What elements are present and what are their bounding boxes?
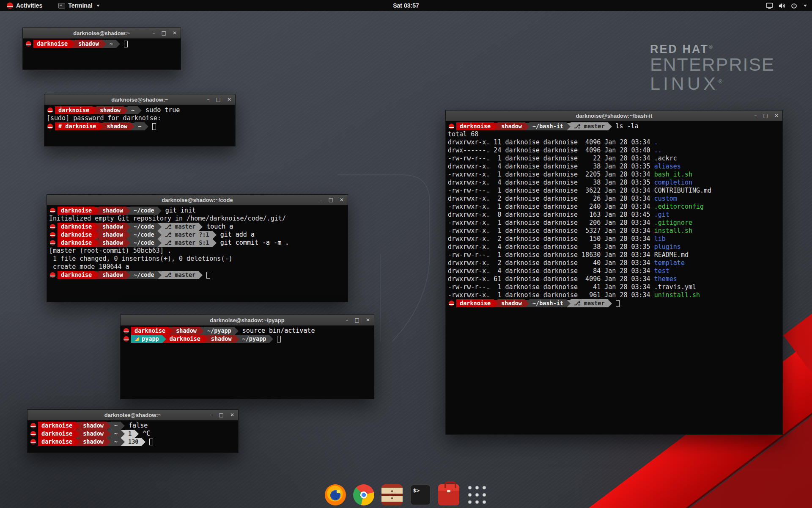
title-bar[interactable]: darknoise@shadow:~/bash-it – □ ✕ (446, 110, 782, 121)
redhat-logo-icon (7, 3, 13, 9)
powerline-arrow-icon (235, 327, 239, 335)
powerline-arrow-icon (525, 300, 529, 307)
title-bar[interactable]: darknoise@shadow:~ – □ ✕ (44, 94, 235, 105)
maximize-button[interactable]: □ (216, 94, 221, 105)
powerline-arrow-icon (95, 271, 99, 279)
powerline-arrow-icon (525, 123, 529, 130)
chrome-icon[interactable] (353, 484, 374, 505)
prompt-segment-user: darknoise (456, 299, 494, 307)
app-menu-terminal[interactable]: Terminal (56, 0, 102, 11)
output-text: Initialized empty Git repository in /hom… (49, 215, 286, 223)
powerline-arrow-icon (131, 123, 134, 130)
powerline-arrow-icon (107, 422, 111, 430)
powerline-arrow-icon (213, 239, 217, 247)
command-text: git commit -a -m . (220, 239, 289, 247)
prompt-segment-host: shadow (498, 299, 525, 307)
window-title: darknoise@shadow:~ (44, 97, 235, 103)
prompt-segment-host: shadow (80, 438, 107, 446)
terminal-window-bash-it: darknoise@shadow:~/bash-it – □ ✕ darknoi… (445, 110, 783, 435)
output-line: drwxrwxr-x. 2 darknoise darknoise 26 Jan… (448, 195, 782, 203)
terminal-content[interactable]: darknoiseshadow~/pyappsource bin/activat… (121, 326, 374, 399)
prompt-line: darknoiseshadow~1^C (30, 430, 238, 438)
minimize-button[interactable]: – (754, 110, 757, 121)
output-text: -rw-rw-r--. 1 darknoise darknoise 41 Jan… (448, 283, 654, 291)
redhat-prompt-icon (449, 301, 454, 306)
powerline-arrow-icon (135, 430, 139, 438)
close-button[interactable]: ✕ (340, 195, 344, 205)
maximize-button[interactable]: □ (763, 110, 768, 121)
close-button[interactable]: ✕ (774, 110, 779, 121)
clock[interactable]: Sat 03:57 (393, 2, 419, 9)
prompt-segment-path: ~/code (130, 271, 158, 279)
terminal-content[interactable]: darknoiseshadow~falsedarknoiseshadow~1^C… (27, 420, 238, 453)
terminal-launcher-icon[interactable]: $> (410, 484, 431, 505)
toolbox-icon[interactable] (438, 484, 459, 505)
output-text: -rwxrwxr-x. 1 darknoise darknoise 2205 J… (448, 171, 654, 179)
powerline-arrow-icon (494, 123, 498, 130)
output-line: drwxrwxr-x. 2 darknoise darknoise 150 Ja… (448, 235, 782, 243)
file-name: .gitignore (654, 219, 692, 227)
file-cabinet-icon[interactable] (381, 484, 403, 505)
title-bar[interactable]: darknoise@shadow:~/pyapp – □ ✕ (121, 315, 374, 326)
prompt-segment-path: ~/pyapp (204, 327, 235, 335)
output-line: drwxrwxr-x. 2 darknoise darknoise 40 Jan… (448, 259, 782, 267)
activities-button[interactable]: Activities (4, 0, 45, 11)
prompt-segment-path: ~/code (130, 223, 158, 231)
prompt-segment-user: darknoise (58, 207, 95, 215)
redhat-prompt-icon (50, 240, 55, 246)
output-line: -rwxrwxr-x. 1 darknoise darknoise 5327 J… (448, 227, 782, 235)
prompt-segment-user: # darknoise (55, 122, 99, 130)
terminal-content[interactable]: darknoiseshadow~/codegit initInitialized… (47, 205, 348, 302)
title-bar[interactable]: darknoise@shadow:~ – □ ✕ (27, 410, 238, 420)
close-button[interactable]: ✕ (366, 315, 370, 326)
redhat-prompt-icon (50, 208, 55, 213)
output-text: drwxrwxr-x. 4 darknoise darknoise 38 Jan… (448, 179, 654, 187)
title-bar[interactable]: darknoise@shadow:~ – □ ✕ (23, 28, 181, 39)
prompt-line: darknoiseshadow~/pyappsource bin/activat… (123, 327, 374, 335)
minimize-button[interactable]: – (346, 315, 348, 326)
terminal-content[interactable]: darknoiseshadow~sudo true[sudo] password… (44, 105, 235, 146)
maximize-button[interactable]: □ (329, 195, 333, 205)
redhat-prompt-icon (50, 272, 55, 278)
firefox-icon[interactable] (325, 484, 346, 505)
output-text: drwxrwxr-x. 8 darknoise darknoise 163 Ja… (448, 211, 654, 219)
powerline-arrow-icon (169, 327, 173, 335)
registered-mark: ® (719, 78, 725, 84)
volume-icon (779, 3, 785, 9)
terminal-cursor (206, 272, 210, 279)
minimize-button[interactable]: – (320, 195, 322, 205)
powerline-arrow-icon (102, 40, 106, 48)
stripe-sliver (783, 208, 812, 373)
window-title: darknoise@shadow:~/pyapp (121, 317, 374, 323)
powerline-arrow-icon (567, 123, 571, 130)
title-bar[interactable]: darknoise@shadow:~/code – □ ✕ (47, 195, 348, 205)
prompt-segment-git: ⎇ master (162, 223, 199, 231)
terminal-content[interactable]: darknoiseshadow~ (23, 39, 181, 69)
close-button[interactable]: ✕ (230, 410, 234, 420)
power-icon (791, 3, 797, 9)
output-line: total 68 (448, 130, 782, 138)
system-status-area[interactable] (766, 3, 812, 9)
powerline-arrow-icon (76, 422, 80, 430)
output-text: -rwxrwxr-x. 1 darknoise darknoise 240 Ja… (448, 203, 654, 211)
terminal-content[interactable]: darknoiseshadow~/bash-it⎇ masterls -lato… (446, 121, 782, 434)
prompt-segment-host: shadow (498, 122, 525, 130)
prompt-segment-user: darknoise (38, 422, 76, 430)
file-name: plugins (654, 243, 681, 251)
output-line: -rw-rw-r--. 1 darknoise darknoise 18630 … (448, 251, 782, 259)
minimize-button[interactable]: – (153, 28, 155, 39)
maximize-button[interactable]: □ (162, 28, 166, 39)
app-grid-icon[interactable] (466, 484, 488, 505)
minimize-button[interactable]: – (207, 94, 210, 105)
redhat-prompt-icon (50, 224, 55, 229)
maximize-button[interactable]: □ (219, 410, 224, 420)
prompt-segment-user: darknoise (38, 430, 76, 438)
maximize-button[interactable]: □ (355, 315, 359, 326)
output-line: Initialized empty Git repository in /hom… (49, 215, 348, 223)
minimize-button[interactable]: – (210, 410, 213, 420)
output-line: drwxrwxr-x. 61 darknoise darknoise 4096 … (448, 275, 782, 283)
close-button[interactable]: ✕ (173, 28, 177, 39)
close-button[interactable]: ✕ (227, 94, 231, 105)
prompt-segment-path: ~/code (130, 231, 158, 239)
prompt-segment-host: shadow (80, 422, 107, 430)
